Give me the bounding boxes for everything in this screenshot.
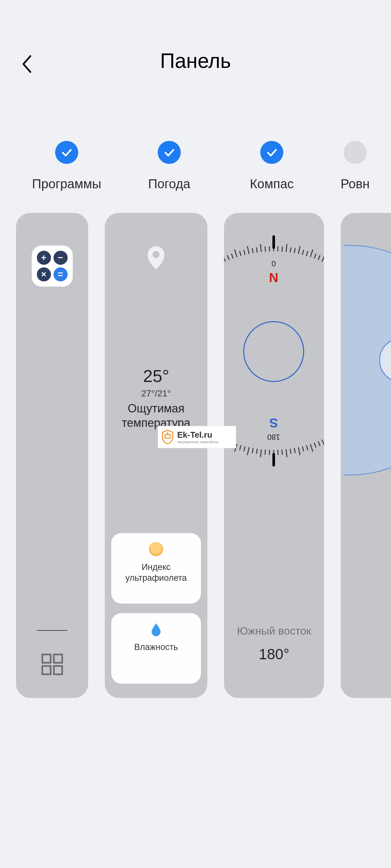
compass-south-label: S <box>270 415 278 430</box>
panel-selector-row[interactable]: Программы Погода Компас Ровн <box>0 141 391 191</box>
apps-grid-icon[interactable] <box>41 653 63 676</box>
divider <box>37 630 67 631</box>
back-button[interactable] <box>18 55 37 74</box>
page-title: Панель <box>0 49 391 73</box>
uv-index-card[interactable]: Индекс ультрафиолета <box>111 533 201 603</box>
compass-north-label: N <box>269 271 279 285</box>
card-level[interactable]: 3 5 <box>341 213 391 698</box>
weather-temperature: 25° <box>105 366 207 386</box>
compass-degree-text: 180° <box>224 646 324 663</box>
check-icon-off <box>343 141 367 164</box>
equals-icon: = <box>54 267 67 281</box>
panel-label: Компас <box>221 177 323 191</box>
svg-rect-3 <box>54 666 62 674</box>
weather-high-low: 27°/21° <box>105 389 207 399</box>
feels-line1: Ощутимая <box>128 402 185 415</box>
droplet-icon <box>149 622 163 636</box>
sun-icon <box>149 542 163 556</box>
compass-direction-text: Южный восток <box>224 625 324 637</box>
panel-label: Программы <box>16 177 118 191</box>
card-compass[interactable]: 0 30 3 N S 180 150 09 Южный восток 180° <box>224 213 324 698</box>
compass-tick-0: 0 <box>272 259 276 268</box>
uv-title: Индекс ультрафиолета <box>114 562 198 584</box>
times-icon: × <box>37 267 51 281</box>
compass-center-ring <box>243 321 304 382</box>
level-visual <box>344 245 391 475</box>
card-programs[interactable]: + − × = <box>16 213 88 698</box>
svg-rect-0 <box>42 654 51 663</box>
panel-label: Погода <box>118 177 221 191</box>
card-weather[interactable]: 25° 27°/21° Ощутимая температура Индекс … <box>105 213 207 698</box>
compass-dial: 0 30 3 N S 180 150 09 <box>224 235 324 466</box>
svg-rect-5 <box>165 434 170 438</box>
compass-needle-top <box>273 235 275 249</box>
panel-item-level[interactable]: Ровн <box>323 141 387 191</box>
minus-icon: − <box>54 251 67 265</box>
svg-rect-1 <box>54 654 62 663</box>
watermark-sub: защищенные смартфоны <box>177 440 219 444</box>
panel-item-programs[interactable]: Программы <box>16 141 118 191</box>
panel-label: Ровн <box>323 177 387 191</box>
panel-cards-row[interactable]: + − × = 25° 27°/21° Ощутимая темпе <box>0 213 391 698</box>
svg-point-4 <box>152 251 160 258</box>
location-pin-icon <box>146 245 166 272</box>
watermark-badge: Ek-Tel.ru защищенные смартфоны <box>158 426 236 448</box>
chevron-left-icon <box>21 55 34 74</box>
panel-item-weather[interactable]: Погода <box>118 141 221 191</box>
plus-icon: + <box>37 251 51 265</box>
compass-tick-180: 180 <box>267 433 280 441</box>
calculator-app-icon[interactable]: + − × = <box>32 246 73 286</box>
svg-rect-6 <box>167 433 168 435</box>
header: Панель <box>0 0 391 77</box>
check-icon <box>260 141 283 164</box>
humidity-card[interactable]: Влажность <box>111 613 201 684</box>
panel-item-compass[interactable]: Компас <box>221 141 323 191</box>
svg-rect-2 <box>42 666 51 674</box>
compass-needle-bottom <box>273 453 275 466</box>
watermark-title: Ek-Tel.ru <box>177 431 219 439</box>
check-icon <box>158 141 181 164</box>
check-icon <box>55 141 78 164</box>
shield-icon <box>161 430 174 444</box>
humidity-title: Влажность <box>114 642 198 653</box>
